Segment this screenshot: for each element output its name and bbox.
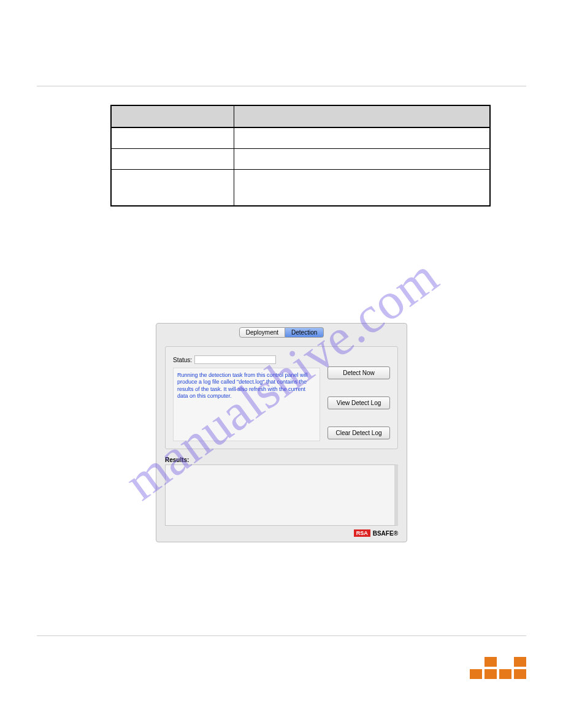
footer-divider (37, 635, 526, 636)
table-cell (111, 169, 234, 206)
status-input[interactable] (194, 355, 276, 364)
rsa-badge: RSA (354, 529, 370, 537)
bsafe-text: BSAFE® (373, 530, 398, 537)
header-divider (37, 86, 526, 86)
table-header-col1 (111, 105, 234, 127)
table-header-row (111, 105, 490, 127)
clear-detect-log-button[interactable]: Clear Detect Log (327, 427, 390, 439)
view-detect-log-button[interactable]: View Detect Log (327, 396, 390, 409)
table-cell (111, 127, 234, 148)
table-row (111, 127, 490, 148)
detect-now-button[interactable]: Detect Now (327, 366, 390, 379)
results-output (165, 464, 398, 526)
status-label: Status: (173, 357, 192, 363)
rsa-bsafe-logo: RSA BSAFE® (156, 526, 407, 537)
tab-detection[interactable]: Detection (285, 327, 324, 338)
results-label: Results: (156, 454, 407, 464)
table-row (111, 148, 490, 169)
detection-dialog: Deployment Detection Status: Running the… (156, 323, 407, 542)
detection-info-text: Running the detection task from this con… (173, 368, 320, 441)
table-row (111, 169, 490, 206)
detection-panel: Status: Running the detection task from … (165, 346, 398, 449)
table-header-col2 (234, 105, 490, 127)
table-cell (234, 169, 490, 206)
table-cell (234, 127, 490, 148)
table-cell (111, 148, 234, 169)
table-cell (234, 148, 490, 169)
tab-deployment[interactable]: Deployment (239, 327, 285, 338)
tab-bar: Deployment Detection (156, 324, 407, 338)
footer-logo-squares (470, 657, 526, 679)
options-table (110, 105, 491, 207)
